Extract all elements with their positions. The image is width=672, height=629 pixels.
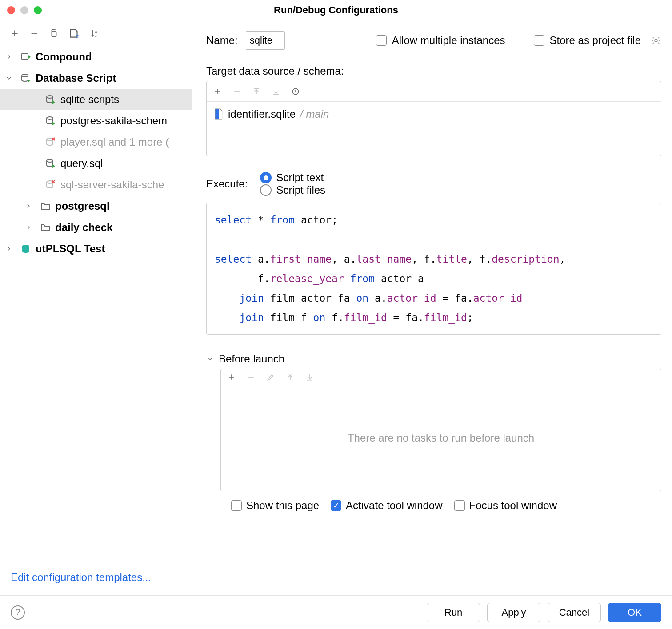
db-run-err-icon (44, 179, 57, 190)
svg-rect-0 (52, 31, 56, 36)
name-label: Name: (206, 34, 238, 47)
before-launch-empty: There are no tasks to run before launch (221, 385, 661, 491)
dialog-footer: ? RunApplyCancelOK (0, 595, 672, 629)
tree-item[interactable]: postgres-sakila-schem (0, 110, 192, 131)
svg-point-8 (47, 138, 53, 141)
datasource-schema: / main (300, 108, 329, 120)
svg-point-9 (47, 159, 53, 162)
target-ds-label: Target data source / schema: (206, 65, 661, 77)
before-launch-chevron-icon[interactable] (206, 355, 214, 363)
tree-group[interactable]: Database Script (0, 68, 192, 89)
ds-add-icon[interactable] (213, 87, 222, 96)
script-text-editor[interactable]: select * from actor; select a.first_name… (206, 203, 661, 335)
ok-button[interactable]: OK (608, 603, 661, 622)
tree-label: sqlite scripts (60, 93, 119, 106)
tree-label: postgres-sakila-schem (60, 115, 167, 127)
footer-checkbox-label: Show this page (246, 499, 319, 512)
svg-rect-14 (215, 109, 219, 119)
footer-checkbox[interactable]: Focus tool window (454, 499, 557, 512)
tree-label: query.sql (60, 157, 103, 170)
tree-label: postgresql (55, 200, 110, 212)
datasource-name: identifier.sqlite (228, 108, 296, 120)
folder-icon (39, 222, 52, 233)
tree-group[interactable]: utPLSQL Test (0, 238, 192, 259)
tree-label: player.sql and 1 more ( (60, 136, 169, 148)
svg-rect-4 (22, 53, 28, 60)
sidebar-toolbar: + az (0, 20, 192, 46)
execute-radio-label: Script files (276, 184, 325, 196)
execute-radio[interactable]: Script text (260, 171, 325, 184)
store-project-checkbox[interactable]: Store as project file (534, 34, 641, 47)
save-config-icon[interactable]: + (68, 28, 80, 39)
ds-history-icon[interactable] (291, 87, 300, 96)
utplsql-icon (20, 243, 32, 254)
name-input[interactable] (246, 31, 285, 50)
datasource-item[interactable]: identifier.sqlite / main (214, 108, 654, 120)
allow-multiple-label: Allow multiple instances (392, 34, 505, 47)
svg-point-12 (655, 39, 657, 42)
store-project-gear-icon[interactable] (651, 35, 661, 46)
ds-down-icon[interactable] (272, 87, 280, 96)
allow-multiple-checkbox[interactable]: Allow multiple instances (376, 34, 505, 47)
titlebar: Run/Debug Configurations (0, 0, 672, 20)
svg-point-10 (47, 181, 53, 183)
bl-up-icon[interactable] (286, 373, 295, 382)
footer-checkbox[interactable]: Show this page (231, 499, 319, 512)
tree-label: Compound (36, 51, 92, 63)
db-run-err-icon (44, 137, 57, 147)
tree-item[interactable]: player.sql and 1 more ( (0, 131, 192, 153)
tree-group[interactable]: postgresql (0, 195, 192, 217)
svg-text:+: + (75, 33, 79, 39)
tree-item[interactable]: sql-server-sakila-sche (0, 174, 192, 195)
configurations-tree[interactable]: CompoundDatabase Scriptsqlite scriptspos… (0, 46, 192, 561)
compound-icon (20, 52, 32, 62)
db-run-icon (20, 73, 32, 84)
db-run-icon (44, 158, 57, 169)
execute-radio[interactable]: Script files (260, 184, 325, 196)
store-project-label: Store as project file (550, 34, 641, 47)
svg-point-7 (47, 117, 53, 119)
config-form: Name: Allow multiple instances Store as … (192, 20, 672, 595)
remove-config-icon[interactable] (29, 28, 39, 38)
edit-templates-link[interactable]: Edit configuration templates... (0, 561, 192, 595)
footer-checkbox-label: Focus tool window (469, 499, 557, 512)
datasource-box: identifier.sqlite / main (206, 81, 661, 156)
tree-label: utPLSQL Test (36, 243, 105, 255)
cancel-button[interactable]: Cancel (548, 603, 601, 622)
sort-alpha-icon[interactable]: az (90, 28, 100, 38)
add-config-icon[interactable] (10, 28, 20, 38)
db-run-icon (44, 94, 57, 105)
execute-radio-label: Script text (276, 171, 324, 184)
tree-group[interactable]: daily check (0, 217, 192, 238)
bl-add-icon[interactable] (227, 373, 236, 382)
bl-down-icon[interactable] (305, 373, 314, 382)
execute-label: Execute: (206, 178, 248, 190)
db-run-icon (44, 115, 57, 126)
bl-remove-icon[interactable] (247, 373, 256, 382)
tree-label: daily check (55, 221, 112, 234)
tree-label: Database Script (36, 72, 116, 84)
svg-point-5 (22, 74, 28, 77)
window-title: Run/Debug Configurations (0, 4, 672, 16)
before-launch-label: Before launch (219, 353, 284, 365)
help-icon[interactable]: ? (11, 605, 25, 620)
sqlite-file-icon (214, 108, 224, 120)
configurations-sidebar: + az CompoundDatabase Scriptsqlite scrip… (0, 20, 192, 595)
before-launch-box: There are no tasks to run before launch (220, 369, 661, 491)
footer-checkbox[interactable]: Activate tool window (331, 499, 442, 512)
folder-icon (39, 201, 52, 211)
tree-label: sql-server-sakila-sche (60, 179, 164, 191)
bl-edit-icon[interactable] (266, 373, 275, 382)
apply-button[interactable]: Apply (487, 603, 540, 622)
ds-remove-icon[interactable] (232, 87, 241, 96)
datasource-toolbar (207, 81, 661, 102)
footer-checkbox-label: Activate tool window (346, 499, 442, 512)
tree-group[interactable]: Compound (0, 46, 192, 68)
svg-text:z: z (95, 33, 97, 38)
svg-point-6 (47, 96, 53, 98)
ds-up-icon[interactable] (252, 87, 261, 96)
run-button[interactable]: Run (427, 603, 480, 622)
tree-item[interactable]: query.sql (0, 153, 192, 174)
tree-item[interactable]: sqlite scripts (0, 89, 192, 110)
copy-config-icon[interactable] (49, 28, 59, 38)
